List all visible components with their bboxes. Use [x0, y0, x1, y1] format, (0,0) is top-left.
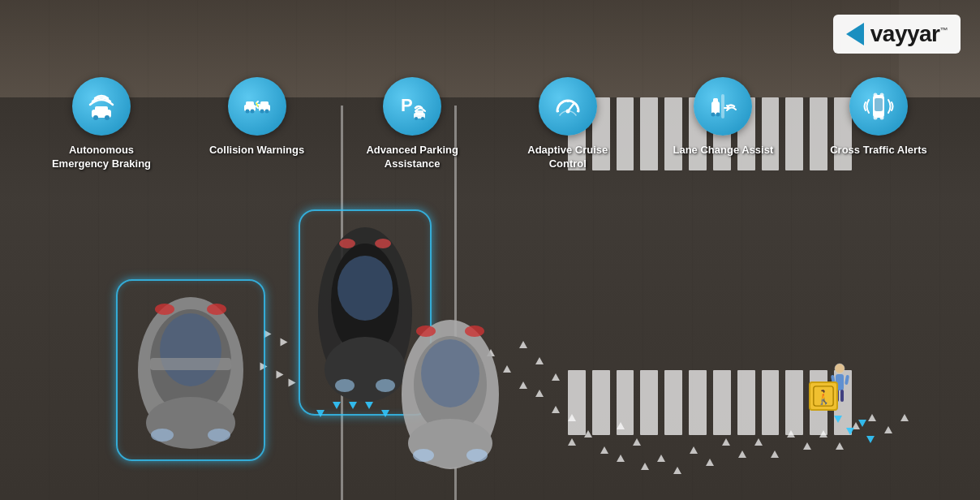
svg-point-7 [375, 239, 391, 248]
car-silver-sedan [389, 313, 511, 476]
svg-point-13 [151, 429, 174, 442]
lane-icon-circle [694, 77, 752, 136]
car-silver-suv [126, 289, 256, 451]
svg-text:P: P [401, 95, 413, 115]
cruise-icon-circle [539, 77, 597, 136]
aebs-icon-circle [72, 77, 131, 136]
svg-point-53 [421, 117, 424, 120]
feature-collision-warnings: Collision Warnings [196, 77, 318, 157]
svg-point-19 [421, 339, 479, 407]
svg-point-43 [260, 110, 264, 114]
svg-rect-63 [713, 98, 718, 105]
logo-text: vayyar™ [870, 21, 948, 47]
svg-point-2 [337, 256, 393, 321]
feature-lane-change: Lane Change Assist [662, 77, 784, 157]
svg-point-70 [873, 116, 877, 120]
cruise-icon [552, 90, 584, 123]
svg-rect-42 [260, 101, 269, 107]
svg-text:🚶: 🚶 [815, 389, 832, 406]
svg-rect-12 [150, 358, 231, 370]
svg-point-21 [413, 449, 434, 462]
svg-rect-30 [845, 375, 849, 386]
svg-point-52 [415, 117, 418, 120]
cruise-label: Adaptive Cruise Control [515, 144, 621, 171]
svg-rect-38 [246, 101, 254, 107]
svg-rect-67 [875, 98, 883, 111]
svg-rect-34 [95, 106, 108, 113]
svg-point-4 [335, 379, 355, 392]
svg-point-40 [250, 110, 254, 114]
aebs-label: Autonomous Emergency Braking [49, 144, 154, 171]
feature-cross-traffic: Cross Traffic Alerts [818, 77, 939, 157]
svg-rect-28 [840, 390, 844, 402]
svg-point-36 [105, 115, 110, 120]
svg-point-60 [565, 110, 570, 114]
svg-point-39 [245, 110, 249, 114]
collision-icon-circle [228, 77, 286, 136]
crossing-sign: 🚶 [809, 381, 838, 411]
lane-label: Lane Change Assist [673, 144, 773, 157]
svg-point-15 [155, 304, 174, 315]
svg-point-71 [879, 116, 883, 120]
svg-point-22 [466, 449, 488, 462]
svg-point-64 [711, 113, 716, 117]
parking-label: Advanced Parking Assistance [359, 144, 465, 171]
parking-icon: P [396, 90, 428, 123]
parking-icon-circle: P [383, 77, 441, 136]
svg-rect-61 [721, 94, 724, 119]
svg-point-25 [835, 364, 845, 373]
logo-triangle-icon [846, 23, 864, 45]
feature-autonomous-emergency-braking: Autonomous Emergency Braking [41, 77, 162, 171]
svg-point-65 [716, 113, 720, 117]
svg-point-23 [416, 325, 436, 337]
svg-point-44 [264, 110, 269, 114]
feature-adaptive-cruise: Adaptive Cruise Control [507, 77, 629, 171]
svg-point-69 [879, 93, 883, 97]
svg-point-16 [207, 304, 226, 315]
svg-point-24 [465, 325, 484, 337]
lane-icon [707, 90, 739, 123]
svg-point-35 [93, 115, 98, 120]
cross-traffic-icon-circle [849, 77, 908, 136]
collision-icon [241, 90, 273, 123]
svg-rect-51 [415, 110, 423, 115]
svg-point-68 [873, 93, 877, 97]
feature-advanced-parking: P Advanced Parking Assistance [351, 77, 473, 171]
features-row: Autonomous Emergency Braking Collisi [41, 77, 939, 171]
svg-point-10 [160, 313, 221, 386]
svg-point-6 [339, 239, 355, 248]
cross-traffic-label: Cross Traffic Alerts [830, 144, 926, 157]
svg-line-55 [559, 104, 561, 106]
collision-label: Collision Warnings [209, 144, 304, 157]
svg-point-14 [208, 429, 230, 442]
cross-traffic-icon [862, 90, 895, 123]
svg-line-57 [575, 104, 577, 106]
vayyar-logo: vayyar™ [833, 15, 961, 54]
aebs-icon [85, 90, 118, 123]
